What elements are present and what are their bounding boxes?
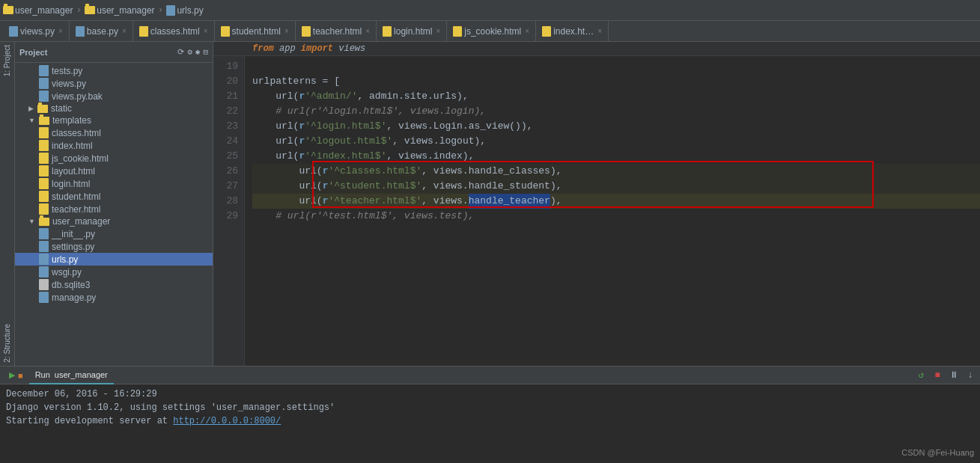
tab-bar: views.py × base.py × classes.html × stud… [0, 21, 980, 42]
tab-close[interactable]: × [204, 27, 208, 35]
file-icon-urls [166, 5, 175, 16]
tree-item-login-html[interactable]: login.html [15, 177, 213, 190]
tree-item-db-sqlite3[interactable]: db.sqlite3 [15, 278, 213, 291]
stop-button[interactable]: ■ [931, 369, 944, 382]
breadcrumb-item-2[interactable]: user_manager [97, 5, 154, 16]
run-label: Run [35, 370, 50, 379]
tab-label: base.py [87, 26, 118, 37]
tab-js-cookie-html[interactable]: js_cookie.html × [447, 21, 536, 42]
code-line-24: url(r'^logout.html$', views.logout), [252, 134, 980, 149]
tab-login-html[interactable]: login.html × [377, 21, 447, 42]
tree-item-user-manager[interactable]: ▼ user_manager [15, 215, 213, 227]
tab-close[interactable]: × [597, 27, 602, 35]
tree-item-static[interactable]: ▶ static [15, 102, 213, 114]
html-file-icon [39, 191, 49, 202]
tree-item-init-py[interactable]: __init__.py [15, 227, 213, 240]
vertical-sidebar: 1: Project 2: Structure [0, 42, 15, 366]
tree-item-urls-py[interactable]: urls.py [15, 253, 213, 266]
tree-item-teacher-html[interactable]: teacher.html [15, 203, 213, 215]
folder-icon-2 [85, 6, 95, 14]
tree-item-index-html[interactable]: index.html [15, 139, 213, 152]
tree-item-manage-py[interactable]: manage.py [15, 291, 213, 304]
html-icon [542, 26, 551, 37]
tab-close[interactable]: × [58, 27, 63, 35]
code-content: 19 20 21 22 23 24 25 26 27 28 29 [213, 56, 980, 366]
file-tree-panel: Project ⟳ ⚙ ✱ ⊟ tests.py views.py [15, 42, 213, 366]
expand-icon: ▼ [28, 218, 35, 225]
code-lines[interactable]: urlpatterns = [ url(r'^admin/', admin.si… [245, 56, 980, 366]
tab-close[interactable]: × [284, 27, 289, 35]
panel-header: Project ⟳ ⚙ ✱ ⊟ [15, 42, 213, 63]
tab-index-html[interactable]: index.ht… × [536, 21, 609, 42]
breadcrumb-item-3[interactable]: urls.py [177, 5, 203, 16]
tab-label: js_cookie.html [464, 26, 521, 37]
tree-item-views-bak[interactable]: views.py.bak [15, 90, 213, 102]
sync-icon[interactable]: ⟳ [177, 47, 184, 57]
tree-item-layout-html[interactable]: layout.html [15, 165, 213, 177]
pause-button[interactable]: ⏸ [947, 369, 961, 382]
py-file-icon [39, 228, 49, 239]
tree-item-wsgi-py[interactable]: wsgi.py [15, 266, 213, 278]
code-line-20: urlpatterns = [ [252, 74, 980, 89]
tab-close[interactable]: × [436, 27, 440, 35]
tree-item-tests-py[interactable]: tests.py [15, 64, 213, 77]
file-tree: tests.py views.py views.py.bak ▶ static [15, 63, 213, 366]
tab-close[interactable]: × [365, 27, 370, 35]
tab-views-py[interactable]: views.py × [3, 21, 70, 42]
code-line-22: # url(r'^login.html$', views.login), [252, 104, 980, 119]
folder-icon [3, 6, 13, 14]
code-line-19 [252, 59, 980, 74]
py-file-icon [39, 241, 49, 252]
tab-student-html[interactable]: student.html × [215, 21, 296, 42]
breadcrumb-item-1[interactable]: user_manager [15, 5, 73, 16]
code-line-23: url(r'^login.html$', views.Login.as_view… [252, 119, 980, 134]
tree-item-views-py[interactable]: views.py [15, 77, 213, 90]
settings-icon[interactable]: ⚙ [187, 47, 192, 57]
html-file-icon [39, 178, 49, 189]
restart-button[interactable]: ↺ [914, 369, 928, 382]
code-line-25: url(r'^index.html$', views.index), [252, 149, 980, 164]
watermark: CSDN @Fei-Huang [901, 448, 974, 457]
py-icon [9, 26, 18, 37]
tab-run[interactable]: Run user_manager [29, 367, 114, 384]
tab-classes-html[interactable]: classes.html × [133, 21, 215, 42]
bottom-panel: ▶ ■ Run user_manager ↺ ■ ⏸ ↓ December 06… [0, 366, 980, 463]
html-icon [302, 26, 311, 37]
tab-base-py[interactable]: base.py × [70, 21, 133, 42]
console-line-1: December 06, 2016 - 16:29:29 [6, 387, 974, 401]
panel-title: Project [19, 48, 47, 57]
tab-label: views.py [20, 26, 55, 37]
code-line-21: url(r'^admin/', admin.site.urls), [252, 89, 980, 104]
sqlite-file-icon [39, 279, 49, 290]
folder-icon [39, 218, 49, 226]
project-panel-label[interactable]: 1: Project [3, 42, 11, 79]
tab-close[interactable]: × [122, 27, 127, 35]
code-editor[interactable]: from app import views 19 20 21 22 23 24 … [213, 42, 980, 366]
tab-label: classes.html [150, 26, 200, 37]
expand-icon: ▶ [28, 105, 34, 112]
html-icon [221, 26, 230, 37]
tree-item-js-cookie-html[interactable]: js_cookie.html [15, 152, 213, 165]
tab-teacher-html[interactable]: teacher.html × [296, 21, 377, 42]
line-numbers: 19 20 21 22 23 24 25 26 27 28 29 [213, 56, 245, 366]
tree-item-classes-html[interactable]: classes.html [15, 126, 213, 139]
code-line-27: url(r'^student.html$', views.handle_stud… [252, 179, 980, 194]
collapse-icon[interactable]: ⊟ [203, 47, 208, 57]
gear-icon[interactable]: ✱ [195, 47, 201, 57]
folder-icon [39, 117, 49, 125]
html-icon [453, 26, 462, 37]
expand-icon: ▼ [28, 117, 35, 124]
scroll-console-button[interactable]: ↓ [964, 369, 977, 382]
run-icon[interactable]: ▶ ■ [3, 367, 29, 384]
panel-actions: ⟳ ⚙ ✱ ⊟ [177, 47, 208, 57]
structure-panel-label[interactable]: 2: Structure [3, 321, 11, 366]
code-line-28: url(r'^teacher.html$', views.handle_teac… [252, 194, 980, 209]
tree-item-templates[interactable]: ▼ templates [15, 114, 213, 126]
tab-label: login.html [394, 26, 432, 37]
tree-item-settings-py[interactable]: settings.py [15, 240, 213, 253]
tree-item-student-html[interactable]: student.html [15, 190, 213, 203]
html-file-icon [39, 165, 49, 177]
tab-label: teacher.html [313, 26, 362, 37]
dev-server-link[interactable]: http://0.0.0.0:8000/ [173, 416, 281, 426]
tab-close[interactable]: × [525, 27, 529, 35]
